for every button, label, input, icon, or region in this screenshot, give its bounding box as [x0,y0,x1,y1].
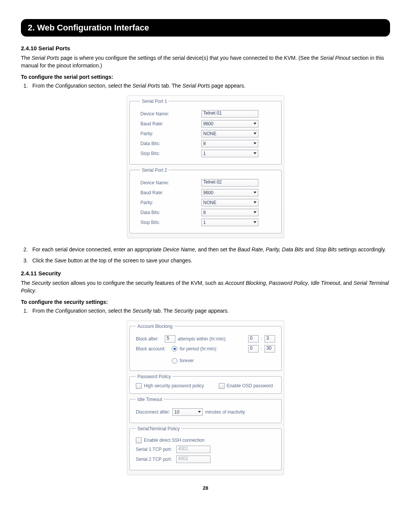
t: Account Blocking [225,280,266,286]
high-security-label: High security password policy [144,383,204,388]
checkbox-icon [136,438,142,443]
serial-step-3: Click the Save button at the top of the … [29,257,390,265]
t: tab. The [160,83,182,89]
account-blocking-group: Account Blocking Block after: 5 attempts… [129,324,282,371]
baud-rate-select[interactable]: 9600 [201,120,258,128]
security-screenshot: Account Blocking Block after: 5 attempts… [127,320,284,475]
t: section, select the [87,308,132,314]
attempts-hr-input[interactable]: 0 [248,335,259,343]
serial-intro-paragraph: The Serial Ports page is where you confi… [21,54,390,69]
serial-sub-heading: To configure the serial port settings: [21,74,390,80]
serial2-port-input[interactable]: 4002 [176,455,210,463]
data-bits-select[interactable]: 8 [201,209,258,216]
t: From the [32,83,55,89]
t: Password Policy [269,280,308,286]
serial-steps-list: From the Configuration section, select t… [21,82,390,90]
v: 9600 [203,190,213,195]
t: Baud Rate, Parity, Data Bits [237,246,303,252]
attempts-min-input[interactable]: 3 [264,335,275,343]
v: 8 [203,210,206,215]
stop-bits-select[interactable]: 1 [201,150,258,157]
t: Serial Pinout [320,55,350,61]
disconnect-after-label: Disconnect after: [136,409,170,415]
chevron-down-icon [198,411,201,413]
parity-label: Parity: [140,200,201,205]
block-after-input[interactable]: 5 [165,335,175,343]
chevron-down-icon [253,221,256,223]
security-step-1: From the Configuration section, select t… [29,307,390,315]
radio-icon [172,358,177,364]
checkbox-icon [219,383,225,389]
t: settings accordingly. [337,246,386,252]
v: 1 [203,220,206,225]
enable-ssh-checkbox[interactable]: Enable direct SSH connection [136,438,204,443]
for-period-hr-input[interactable]: 0 [248,345,259,353]
v: NONE [203,200,217,205]
high-security-checkbox[interactable]: High security password policy [136,383,204,389]
section-heading-serial-ports: 2.4.10 Serial Ports [21,45,390,51]
minutes-inactivity-label: minutes of inactivity [205,409,245,415]
t: tab. The [152,308,174,314]
osd-password-checkbox[interactable]: Enable OSD password [219,383,273,389]
disconnect-after-select[interactable]: 10 [172,408,203,416]
t: Configuration [55,83,87,89]
time-sep: : [261,336,262,342]
chevron-down-icon [253,152,256,154]
device-name-input[interactable]: Telnet 02 [201,179,258,187]
chevron-down-icon [253,123,256,125]
t: Save [54,257,67,264]
t: page appears. [210,83,245,89]
block-account-label: Block account: [136,346,169,351]
t: Security [32,280,51,286]
serial2-port-label: Serial 2 TCP port: [136,457,174,462]
osd-password-label: Enable OSD password [227,383,273,388]
parity-select[interactable]: NONE [201,130,258,137]
for-period-radio[interactable]: for period (hr:min): [172,346,217,351]
data-bits-select[interactable]: 8 [201,140,258,147]
t: Security [174,308,194,314]
baud-rate-select[interactable]: 9600 [201,189,258,197]
serial-ports-screenshot: Serial Port 1 Device Name: Telnet 01 Bau… [127,95,284,238]
stop-bits-select[interactable]: 1 [201,219,258,226]
serial1-port-input[interactable]: 4001 [176,446,210,453]
device-name-label: Device Name: [140,111,201,117]
t: For each serial device connected, enter … [32,246,163,252]
t: The [21,55,32,61]
for-period-min-input[interactable]: 30 [264,345,275,353]
v: NONE [203,131,217,136]
device-name-input[interactable]: Telnet 01 [201,110,258,118]
t: Serial Ports [132,83,160,89]
section-heading-security: 2.4.11 Security [21,270,390,276]
t: The [21,280,32,286]
t: button at the top of the screen to save … [67,257,193,264]
security-sub-heading: To configure the security settings: [21,299,390,305]
t: Security [132,308,152,314]
security-intro-paragraph: The Security section allows you to confi… [21,280,390,294]
chevron-down-icon [253,211,256,213]
t: , [308,280,311,286]
serial-port-1-legend: Serial Port 1 [140,99,169,104]
v: 9600 [203,121,213,126]
chevron-down-icon [253,201,256,203]
chevron-down-icon [253,142,256,144]
device-name-label: Device Name: [140,180,201,185]
t: Serial Ports [32,55,59,61]
stop-bits-label: Stop Bits: [140,151,201,156]
time-sep: : [261,346,262,351]
password-policy-legend: Password Policy [136,374,172,379]
data-bits-label: Data Bits: [140,210,201,215]
parity-select[interactable]: NONE [201,199,258,206]
for-period-label: for period (hr:min): [180,346,217,351]
t: page is where you configure the settings… [59,55,320,61]
t: . [35,288,37,294]
t: , and [340,280,354,286]
t: Device Name, [163,246,196,252]
forever-radio[interactable]: forever [172,358,194,364]
v: 10 [174,409,179,415]
serial-port-2-legend: Serial Port 2 [140,168,169,173]
radio-icon [172,346,177,351]
t: page appears. [193,308,229,314]
serial-step-1: From the Configuration section, select t… [29,82,390,90]
account-blocking-legend: Account Blocking [136,324,174,329]
t: section, select the [87,83,132,89]
